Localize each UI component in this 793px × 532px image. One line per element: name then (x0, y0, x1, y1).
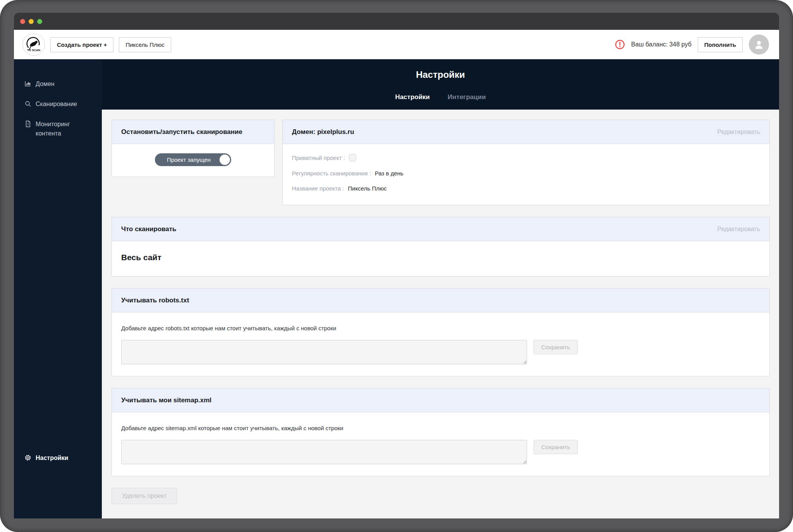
sidebar-item-label: Домен (36, 79, 55, 89)
zoom-window-button[interactable] (37, 19, 42, 24)
sidebar-item-label: Сканирование (36, 100, 77, 109)
sidebar-item-content-monitoring[interactable]: Мониторинг контента (14, 115, 102, 144)
scan-toggle-card-header: Остановить/запустить сканирование (112, 120, 274, 144)
robots-card-header: Учитывать robots.txt (112, 288, 769, 312)
avatar[interactable] (749, 34, 769, 55)
delete-project-button[interactable]: Удалить проект (112, 488, 177, 504)
card-title: Что сканировать (121, 225, 177, 233)
sidebar-item-domain[interactable]: Домен (14, 75, 102, 95)
domain-edit-link[interactable]: Редактировать (717, 129, 760, 136)
private-project-checkbox[interactable] (349, 154, 356, 161)
tab-settings[interactable]: Настройки (395, 93, 430, 101)
sidebar-item-scanning[interactable]: Сканирование (14, 95, 102, 115)
card-title: Остановить/запустить сканирование (121, 128, 242, 136)
svg-text:TO SCAN: TO SCAN (27, 48, 40, 52)
field-label: Регулярность сканирования : (292, 170, 371, 177)
robots-description: Добавьте адрес robots.txt которые нам ст… (121, 325, 760, 331)
robots-textarea[interactable] (121, 340, 527, 364)
chart-icon (24, 80, 31, 90)
user-icon (753, 39, 765, 50)
domain-card-header: Домен: pixelplus.ru Редактировать (283, 120, 769, 144)
scan-toggle-card: Остановить/запустить сканирование Проект… (112, 120, 275, 177)
device-frame: TO SCAN Создать проект + Пиксель Плюс Ва… (0, 0, 793, 532)
current-project-button[interactable]: Пиксель Плюс (119, 37, 171, 52)
what-to-scan-card: Что сканировать Редактировать Весь сайт (112, 217, 770, 276)
card-title: Домен: pixelplus.ru (292, 128, 354, 136)
scan-scope-value: Весь сайт (121, 253, 161, 262)
sitemap-card: Учитывать мои sitemap.xml Добавьте адрес… (112, 388, 770, 476)
private-project-row: Приватный проект : (292, 154, 760, 161)
search-icon (24, 100, 31, 110)
document-icon (24, 120, 31, 130)
sitemap-description: Добавьте адрес sitemap.xml которые нам с… (121, 425, 760, 431)
card-title: Учитывать мои sitemap.xml (121, 396, 211, 404)
what-to-scan-card-header: Что сканировать Редактировать (112, 217, 769, 241)
app-window: TO SCAN Создать проект + Пиксель Плюс Ва… (14, 13, 779, 518)
minimize-window-button[interactable] (29, 19, 34, 24)
card-title: Учитывать robots.txt (121, 297, 189, 304)
mouse-logo-icon: TO SCAN (23, 34, 45, 55)
robots-card: Учитывать robots.txt Добавьте адрес robo… (112, 288, 770, 376)
balance-text: Ваш баланс: 348 руб (631, 41, 692, 48)
scan-frequency-row: Регулярность сканирования : Раз в день (292, 170, 760, 177)
settings-content: Остановить/запустить сканирование Проект… (102, 110, 779, 518)
sidebar-item-settings[interactable]: Настройки (14, 449, 102, 469)
page-banner: Настройки Настройки Интеграции (102, 59, 779, 110)
tab-integrations[interactable]: Интеграции (448, 93, 486, 101)
tabs: Настройки Интеграции (102, 93, 779, 101)
field-label: Приватный проект : (292, 154, 345, 161)
titlebar (14, 13, 779, 30)
sidebar-item-label: Мониторинг контента (36, 120, 82, 139)
sidebar: Домен Сканирование (14, 59, 102, 518)
sitemap-card-header: Учитывать мои sitemap.xml (112, 388, 769, 412)
sidebar-item-label: Настройки (36, 453, 68, 463)
main-area: Настройки Настройки Интеграции Остановит… (102, 59, 779, 518)
page-title: Настройки (102, 69, 779, 80)
header-right: Ваш баланс: 348 руб Пополнить (615, 34, 769, 55)
create-project-button[interactable]: Создать проект + (50, 37, 113, 52)
toggle-knob (220, 154, 230, 165)
field-label: Название проекта : (292, 185, 344, 192)
gear-icon (24, 454, 31, 464)
close-window-button[interactable] (20, 19, 25, 24)
robots-save-button[interactable]: Сохранить (534, 340, 578, 354)
topup-button[interactable]: Пополнить (698, 37, 743, 52)
app-header: TO SCAN Создать проект + Пиксель Плюс Ва… (14, 30, 779, 59)
project-name-row: Название проекта : Пиксель Плюс (292, 185, 760, 192)
field-value: Раз в день (375, 170, 403, 177)
field-value: Пиксель Плюс (348, 185, 386, 192)
sitemap-textarea[interactable] (121, 440, 527, 464)
toscan-logo: TO SCAN (22, 33, 45, 56)
sitemap-save-button[interactable]: Сохранить (534, 440, 578, 454)
what-to-scan-edit-link[interactable]: Редактировать (717, 226, 760, 233)
project-running-toggle[interactable]: Проект запущен (155, 153, 231, 166)
app-body: Домен Сканирование (14, 59, 779, 518)
alert-circle-icon (615, 39, 625, 50)
domain-card: Домен: pixelplus.ru Редактировать Приват… (282, 120, 770, 205)
